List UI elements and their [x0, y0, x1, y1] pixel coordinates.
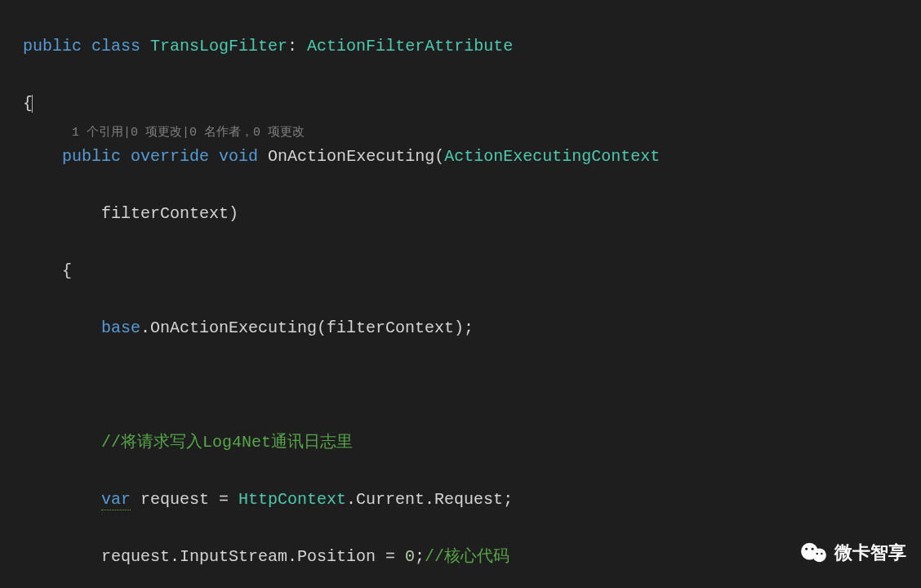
svg-point-1 [812, 548, 826, 562]
code-line: public class TransLogFilter: ActionFilte… [23, 32, 921, 60]
code-line: { [23, 256, 921, 285]
code-line: public override void OnActionExecuting(A… [23, 142, 921, 171]
svg-point-3 [812, 548, 814, 550]
svg-point-5 [821, 552, 822, 554]
code-line: filterContext) [23, 199, 921, 228]
svg-point-2 [805, 548, 808, 550]
watermark-text: 微卡智享 [834, 537, 906, 569]
codelens-info[interactable]: 1 个引用|0 项更改|0 名作者，0 项更改 [23, 126, 921, 140]
text-cursor [32, 95, 33, 113]
code-line: //将请求写入Log4Net通讯日志里 [23, 428, 921, 457]
code-line: { [23, 89, 921, 118]
code-editor[interactable]: public class TransLogFilter: ActionFilte… [0, 0, 921, 588]
code-line: request.InputStream.Position = 0;//核心代码 [23, 542, 921, 571]
wechat-icon [800, 541, 828, 564]
code-line [23, 371, 921, 399]
code-line: base.OnActionExecuting(filterContext); [23, 314, 921, 342]
watermark: 微卡智享 [800, 537, 906, 569]
code-line: var request = HttpContext.Current.Reques… [23, 485, 921, 514]
svg-point-4 [816, 552, 818, 554]
